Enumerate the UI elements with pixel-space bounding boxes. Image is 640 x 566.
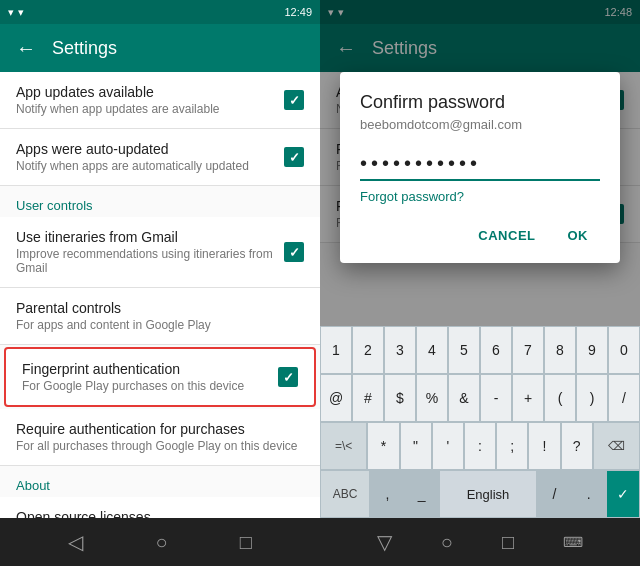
setting-title: Apps were auto-updated [16, 141, 284, 157]
nav-bar-right: ▽ ○ □ ⌨ [320, 518, 640, 566]
list-item[interactable]: Apps were auto-updated Notify when apps … [0, 129, 320, 186]
list-item[interactable]: App updates available Notify when app up… [0, 72, 320, 129]
keyboard[interactable]: 1 2 3 4 5 6 7 8 9 0 @ # $ % & - + ( ) / … [320, 326, 640, 518]
key-quote[interactable]: " [400, 422, 432, 470]
key-semicolon[interactable]: ; [496, 422, 528, 470]
key-colon[interactable]: : [464, 422, 496, 470]
toolbar-left: ← Settings [0, 24, 320, 72]
key-0[interactable]: 0 [608, 326, 640, 374]
setting-title: Use itineraries from Gmail [16, 229, 284, 245]
setting-text: Use itineraries from Gmail Improve recom… [16, 229, 284, 275]
setting-subtitle: Improve recommendations using itinerarie… [16, 247, 284, 275]
keyboard-row-1: 1 2 3 4 5 6 7 8 9 0 [320, 326, 640, 374]
key-dash[interactable]: - [480, 374, 512, 422]
key-at[interactable]: @ [320, 374, 352, 422]
setting-subtitle: For apps and content in Google Play [16, 318, 304, 332]
setting-text: Apps were auto-updated Notify when apps … [16, 141, 284, 173]
key-fwdslash[interactable]: / [537, 470, 571, 518]
key-rparen[interactable]: ) [576, 374, 608, 422]
setting-title: Fingerprint authentication [22, 361, 278, 377]
key-8[interactable]: 8 [544, 326, 576, 374]
right-panel: ▾ ▾ 12:48 ← Settings App updates availab… [320, 0, 640, 566]
checkbox[interactable] [278, 367, 298, 387]
ok-button[interactable]: OK [556, 220, 601, 251]
status-bar-left: ▾ ▾ 12:49 [0, 0, 320, 24]
checkbox[interactable] [284, 242, 304, 262]
key-2[interactable]: 2 [352, 326, 384, 374]
key-dollar[interactable]: $ [384, 374, 416, 422]
list-item[interactable]: Parental controls For apps and content i… [0, 288, 320, 345]
dialog-overlay: Confirm password beebomdotcom@gmail.com … [320, 0, 640, 326]
back-nav-icon-right[interactable]: ▽ [377, 530, 392, 554]
key-6[interactable]: 6 [480, 326, 512, 374]
confirm-password-dialog: Confirm password beebomdotcom@gmail.com … [340, 72, 620, 263]
setting-title: App updates available [16, 84, 284, 100]
page-title-left: Settings [52, 38, 117, 59]
key-percent[interactable]: % [416, 374, 448, 422]
keyboard-row-3: =\< * " ' : ; ! ? ⌫ [320, 422, 640, 470]
key-3[interactable]: 3 [384, 326, 416, 374]
setting-text: Fingerprint authentication For Google Pl… [22, 361, 278, 393]
key-abc[interactable]: ABC [320, 470, 370, 518]
checkbox[interactable] [284, 147, 304, 167]
key-amp[interactable]: & [448, 374, 480, 422]
key-star[interactable]: * [367, 422, 399, 470]
back-button-left[interactable]: ← [16, 37, 36, 60]
key-period[interactable]: . [572, 470, 606, 518]
setting-text: Require authentication for purchases For… [16, 421, 304, 453]
status-time-left: 12:49 [284, 6, 312, 18]
nav-bar-left: ◁ ○ □ [0, 518, 320, 566]
home-nav-icon[interactable]: ○ [155, 531, 167, 554]
section-header-about: About [0, 466, 320, 497]
key-underscore[interactable]: _ [405, 470, 439, 518]
setting-text: App updates available Notify when app up… [16, 84, 284, 116]
key-plus[interactable]: + [512, 374, 544, 422]
list-item[interactable]: Open source licenses License details for… [0, 497, 320, 518]
section-header-user-controls: User controls [0, 186, 320, 217]
key-hash[interactable]: # [352, 374, 384, 422]
signal-icon: ▾ [18, 6, 24, 19]
forgot-password-link[interactable]: Forgot password? [360, 189, 600, 204]
key-slash[interactable]: / [608, 374, 640, 422]
keyboard-nav-icon[interactable]: ⌨ [563, 534, 583, 550]
key-squote[interactable]: ' [432, 422, 464, 470]
key-5[interactable]: 5 [448, 326, 480, 374]
setting-subtitle: Notify when apps are automatically updat… [16, 159, 284, 173]
key-lparen[interactable]: ( [544, 374, 576, 422]
setting-title: Parental controls [16, 300, 304, 316]
setting-subtitle: Notify when app updates are available [16, 102, 284, 116]
enter-key[interactable]: ✓ [606, 470, 640, 518]
key-symbols[interactable]: =\< [320, 422, 367, 470]
list-item[interactable]: Use itineraries from Gmail Improve recom… [0, 217, 320, 288]
setting-subtitle: For Google Play purchases on this device [22, 379, 278, 393]
key-4[interactable]: 4 [416, 326, 448, 374]
recent-nav-icon-right[interactable]: □ [502, 531, 514, 554]
dialog-title: Confirm password [360, 92, 600, 113]
key-1[interactable]: 1 [320, 326, 352, 374]
delete-key[interactable]: ⌫ [593, 422, 640, 470]
wifi-icon: ▾ [8, 6, 14, 19]
key-question[interactable]: ? [561, 422, 593, 470]
status-icons-left: ▾ ▾ [8, 6, 24, 19]
home-nav-icon-right[interactable]: ○ [441, 531, 453, 554]
setting-subtitle: For all purchases through Google Play on… [16, 439, 304, 453]
setting-text: Open source licenses License details for… [16, 509, 304, 518]
list-item[interactable]: Require authentication for purchases For… [0, 409, 320, 466]
recent-nav-icon[interactable]: □ [240, 531, 252, 554]
setting-text: Parental controls For apps and content i… [16, 300, 304, 332]
settings-list-left: App updates available Notify when app up… [0, 72, 320, 518]
password-input[interactable] [360, 148, 600, 181]
key-7[interactable]: 7 [512, 326, 544, 374]
language-key[interactable]: English [439, 470, 538, 518]
key-9[interactable]: 9 [576, 326, 608, 374]
dialog-actions: CANCEL OK [360, 220, 600, 251]
dialog-email: beebomdotcom@gmail.com [360, 117, 600, 132]
fingerprint-setting-item[interactable]: Fingerprint authentication For Google Pl… [4, 347, 316, 407]
cancel-button[interactable]: CANCEL [466, 220, 547, 251]
back-nav-icon[interactable]: ◁ [68, 530, 83, 554]
keyboard-row-4: ABC , _ English / . ✓ [320, 470, 640, 518]
key-comma[interactable]: , [370, 470, 404, 518]
checkbox[interactable] [284, 90, 304, 110]
left-panel: ▾ ▾ 12:49 ← Settings App updates availab… [0, 0, 320, 566]
key-exclaim[interactable]: ! [528, 422, 560, 470]
